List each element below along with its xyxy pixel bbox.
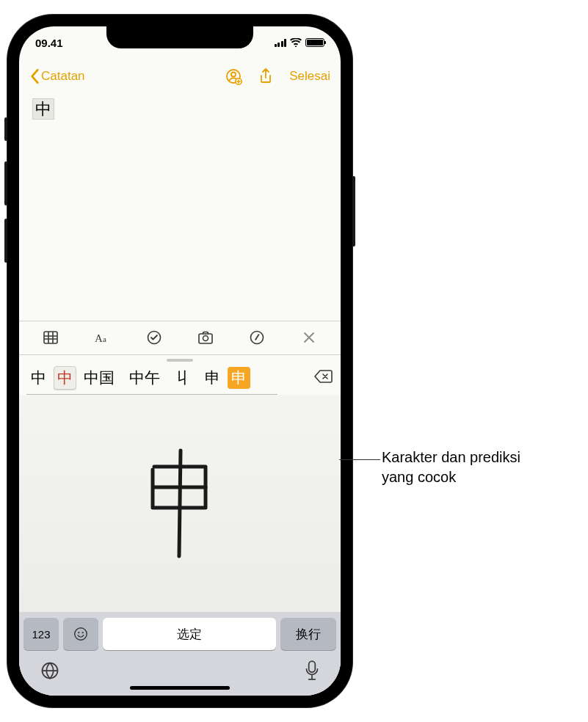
screen: 09.41 Catatan xyxy=(19,26,341,696)
collaborate-icon[interactable] xyxy=(225,68,242,85)
callout: Karakter dan prediksi yang cocok xyxy=(382,448,520,487)
callout-leader-line xyxy=(339,459,380,460)
battery-icon xyxy=(305,38,324,47)
svg-point-8 xyxy=(203,336,208,341)
share-icon[interactable] xyxy=(257,68,275,85)
notch xyxy=(106,26,253,48)
candidate-2[interactable]: 中国 xyxy=(76,366,122,390)
dictation-key[interactable] xyxy=(304,660,320,684)
space-key[interactable]: 选定 xyxy=(103,618,276,650)
svg-point-12 xyxy=(82,632,84,633)
done-button[interactable]: Selesai xyxy=(289,69,330,84)
candidate-1-selected[interactable]: 中 xyxy=(54,366,76,390)
candidate-6-highlighted[interactable]: 申 xyxy=(228,367,250,389)
delete-key[interactable] xyxy=(311,368,336,388)
candidate-5[interactable]: 申 xyxy=(197,366,228,390)
svg-rect-14 xyxy=(309,661,316,672)
note-content[interactable]: 中 xyxy=(19,94,341,321)
checklist-icon[interactable] xyxy=(145,329,163,346)
svg-point-1 xyxy=(231,73,236,77)
nav-bar: Catatan Selesai xyxy=(19,59,341,94)
status-time: 09.41 xyxy=(35,37,63,49)
handwritten-stroke xyxy=(132,445,228,562)
svg-point-10 xyxy=(75,628,87,641)
numbers-key[interactable]: 123 xyxy=(23,618,59,650)
emoji-key[interactable] xyxy=(63,618,98,650)
wifi-icon xyxy=(290,38,302,47)
status-right xyxy=(275,38,325,47)
volume-down-button xyxy=(4,219,7,263)
table-icon[interactable] xyxy=(42,329,59,346)
silence-switch xyxy=(4,117,7,141)
camera-icon[interactable] xyxy=(197,329,214,346)
callout-line2: yang cocok xyxy=(382,469,456,485)
inserted-character: 中 xyxy=(32,98,54,120)
candidate-0[interactable]: 中 xyxy=(23,366,54,390)
markup-icon[interactable] xyxy=(248,329,266,346)
chevron-left-icon xyxy=(29,68,40,84)
svg-rect-3 xyxy=(44,332,57,343)
candidate-bar: 中 中 中国 中午 丩 申 申 xyxy=(19,354,341,395)
power-button xyxy=(352,176,355,247)
close-toolbar-icon[interactable] xyxy=(300,329,318,346)
keyboard-grabber[interactable] xyxy=(167,359,193,362)
globe-key[interactable] xyxy=(40,660,60,684)
svg-point-11 xyxy=(78,632,79,633)
volume-up-button xyxy=(4,161,7,205)
handwriting-pad[interactable] xyxy=(19,395,341,613)
text-format-icon[interactable]: Aa xyxy=(93,329,111,346)
home-indicator[interactable] xyxy=(130,686,230,690)
candidate-4[interactable]: 丩 xyxy=(167,366,197,390)
notes-format-toolbar: Aa xyxy=(19,321,341,354)
svg-text:a: a xyxy=(103,335,106,343)
candidate-3[interactable]: 中午 xyxy=(122,366,167,390)
back-label: Catatan xyxy=(41,69,85,84)
keyboard-region: 123 选定 换行 xyxy=(19,612,341,696)
callout-line1: Karakter dan prediksi xyxy=(382,449,520,465)
return-key[interactable]: 换行 xyxy=(280,618,336,650)
iphone-frame: 09.41 Catatan xyxy=(7,15,352,707)
cellular-signal-icon xyxy=(275,38,287,47)
svg-text:A: A xyxy=(95,332,103,344)
back-button[interactable]: Catatan xyxy=(29,68,85,84)
